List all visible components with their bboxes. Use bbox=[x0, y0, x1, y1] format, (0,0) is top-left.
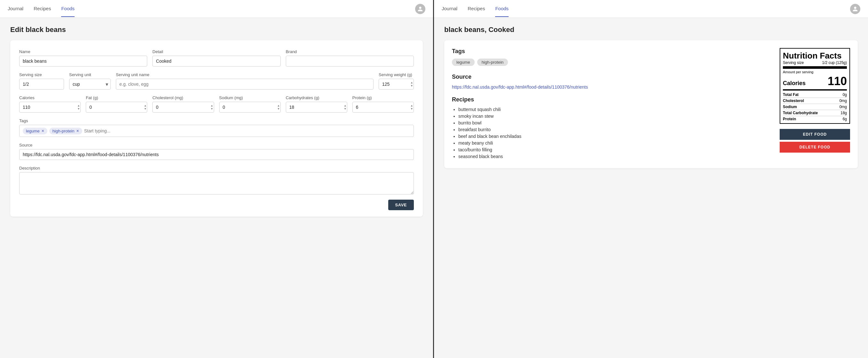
recipes-section-title: Recipes bbox=[452, 96, 772, 103]
tags-input-area[interactable]: legume × high-protein × bbox=[19, 125, 414, 137]
serving-weight-up[interactable]: ▲ bbox=[410, 81, 413, 84]
serving-unit-name-input[interactable] bbox=[116, 79, 373, 90]
brand-group: Brand bbox=[286, 49, 414, 67]
sodium-wrapper: ▲ ▼ bbox=[219, 102, 281, 112]
calories-input[interactable] bbox=[19, 102, 81, 112]
detail-input[interactable] bbox=[152, 56, 280, 67]
tag-chip-high-protein-remove[interactable]: × bbox=[76, 129, 79, 133]
serving-size-group: Serving size bbox=[19, 72, 64, 90]
save-button[interactable]: SAVE bbox=[388, 200, 414, 210]
calories-up[interactable]: ▲ bbox=[77, 104, 80, 107]
recipe-list-item: breakfast burrito bbox=[458, 127, 772, 132]
serving-unit-label: Serving unit bbox=[69, 72, 111, 77]
edit-food-button[interactable]: EDIT FOOD bbox=[780, 129, 850, 140]
nav-item-journal-left[interactable]: Journal bbox=[8, 1, 23, 17]
serving-size-input[interactable] bbox=[19, 79, 64, 90]
source-link[interactable]: https://fdc.nal.usda.gov/fdc-app.html#/f… bbox=[452, 85, 588, 90]
left-panel: Journal Recipes Foods Edit black beans N… bbox=[0, 0, 434, 358]
name-label: Name bbox=[19, 49, 147, 54]
nf-calories-row: Calories 110 bbox=[783, 74, 847, 91]
nav-item-journal-right[interactable]: Journal bbox=[442, 1, 457, 17]
user-avatar-left[interactable] bbox=[415, 4, 425, 14]
left-page-content: Edit black beans Name Detail Brand bbox=[0, 18, 433, 224]
sodium-label: Sodium (mg) bbox=[219, 95, 281, 100]
nf-rows: Total Fat0gCholesterol0mgSodium0mgTotal … bbox=[783, 92, 847, 122]
calories-down[interactable]: ▼ bbox=[77, 107, 80, 110]
protein-spinners: ▲ ▼ bbox=[410, 104, 413, 110]
nav-item-foods-left[interactable]: Foods bbox=[61, 1, 74, 17]
fat-input[interactable] bbox=[86, 102, 147, 112]
cholesterol-label: Cholesterol (mg) bbox=[152, 95, 214, 100]
nav-item-recipes-left[interactable]: Recipes bbox=[34, 1, 51, 17]
sodium-spinners: ▲ ▼ bbox=[277, 104, 280, 110]
nf-serving-size-row: Serving size 1/2 cup (125g) bbox=[783, 61, 847, 69]
serving-weight-spinners: ▲ ▼ bbox=[410, 81, 413, 87]
brand-input[interactable] bbox=[286, 56, 414, 67]
protein-up[interactable]: ▲ bbox=[410, 104, 413, 107]
nav-item-foods-right[interactable]: Foods bbox=[495, 1, 508, 17]
tag-chip-legume-label: legume bbox=[26, 129, 40, 133]
nf-nutrient-row: Cholesterol0mg bbox=[783, 98, 847, 104]
serving-weight-down[interactable]: ▼ bbox=[410, 84, 413, 87]
protein-input[interactable] bbox=[352, 102, 414, 112]
tag-pill-legume: legume bbox=[452, 59, 475, 66]
edit-form-card: Name Detail Brand Serving size bbox=[10, 40, 423, 217]
name-input[interactable] bbox=[19, 56, 147, 67]
carbohydrates-label: Carbohydrates (g) bbox=[286, 95, 347, 100]
form-row-2: Serving size Serving unit cup tbsp tsp o… bbox=[19, 72, 414, 90]
calories-group: Calories ▲ ▼ bbox=[19, 95, 81, 112]
recipe-list-item: burrito bowl bbox=[458, 120, 772, 125]
serving-unit-select[interactable]: cup tbsp tsp oz g ml bbox=[69, 79, 111, 90]
fat-spinners: ▲ ▼ bbox=[144, 104, 147, 110]
carbohydrates-down[interactable]: ▼ bbox=[344, 107, 347, 110]
nf-nutrient-row: Total Fat0g bbox=[783, 92, 847, 98]
cholesterol-down[interactable]: ▼ bbox=[211, 107, 214, 110]
fat-group: Fat (g) ▲ ▼ bbox=[86, 95, 147, 112]
nav-item-recipes-right[interactable]: Recipes bbox=[468, 1, 485, 17]
sodium-up[interactable]: ▲ bbox=[277, 104, 280, 107]
serving-weight-input[interactable] bbox=[379, 79, 414, 90]
protein-down[interactable]: ▼ bbox=[410, 107, 413, 110]
description-textarea[interactable] bbox=[19, 172, 414, 195]
food-title: black beans, Cooked bbox=[444, 26, 858, 34]
nf-serving-size-value: 1/2 cup (125g) bbox=[822, 61, 847, 65]
nf-row-label: Cholesterol bbox=[783, 99, 804, 103]
right-nav-links: Journal Recipes Foods bbox=[442, 1, 850, 17]
sodium-input[interactable] bbox=[219, 102, 281, 112]
recipe-list-item: meaty beany chili bbox=[458, 140, 772, 145]
cholesterol-wrapper: ▲ ▼ bbox=[152, 102, 214, 112]
nf-calories-label: Calories bbox=[783, 80, 806, 87]
serving-weight-label: Serving weight (g) bbox=[379, 72, 414, 77]
nf-nutrient-row: Protein6g bbox=[783, 116, 847, 122]
right-panel: Journal Recipes Foods black beans, Cooke… bbox=[434, 0, 868, 358]
tag-chip-legume-remove[interactable]: × bbox=[41, 129, 44, 133]
brand-label: Brand bbox=[286, 49, 414, 54]
source-input[interactable] bbox=[19, 149, 414, 160]
recipe-list-item: smoky incan stew bbox=[458, 113, 772, 119]
fat-up[interactable]: ▲ bbox=[144, 104, 147, 107]
cholesterol-input[interactable] bbox=[152, 102, 214, 112]
protein-group: Protein (g) ▲ ▼ bbox=[352, 95, 414, 112]
carbohydrates-up[interactable]: ▲ bbox=[344, 104, 347, 107]
right-page-content: black beans, Cooked Tags legume high-pro… bbox=[434, 18, 868, 176]
page-title: Edit black beans bbox=[10, 26, 423, 34]
detail-right: Nutrition Facts Serving size 1/2 cup (12… bbox=[780, 48, 850, 153]
delete-food-button[interactable]: DELETE FOOD bbox=[780, 142, 850, 153]
nf-row-label: Protein bbox=[783, 117, 796, 121]
cholesterol-up[interactable]: ▲ bbox=[211, 104, 214, 107]
carbohydrates-input[interactable] bbox=[286, 102, 347, 112]
description-label: Description bbox=[19, 166, 414, 170]
nf-row-label: Total Carbohydrate bbox=[783, 111, 818, 115]
user-avatar-right[interactable] bbox=[850, 4, 860, 14]
protein-wrapper: ▲ ▼ bbox=[352, 102, 414, 112]
detail-main: Tags legume high-protein Source https://… bbox=[452, 48, 850, 161]
sodium-down[interactable]: ▼ bbox=[277, 107, 280, 110]
nf-amount-per: Amount per serving bbox=[783, 70, 847, 74]
nf-row-value: 6g bbox=[843, 117, 847, 121]
fat-down[interactable]: ▼ bbox=[144, 107, 147, 110]
source-label: Source bbox=[19, 143, 414, 148]
tags-text-input[interactable] bbox=[84, 128, 410, 133]
left-nav-links: Journal Recipes Foods bbox=[8, 1, 415, 17]
recipe-list-item: beef and black bean enchiladas bbox=[458, 134, 772, 139]
left-nav: Journal Recipes Foods bbox=[0, 0, 433, 18]
